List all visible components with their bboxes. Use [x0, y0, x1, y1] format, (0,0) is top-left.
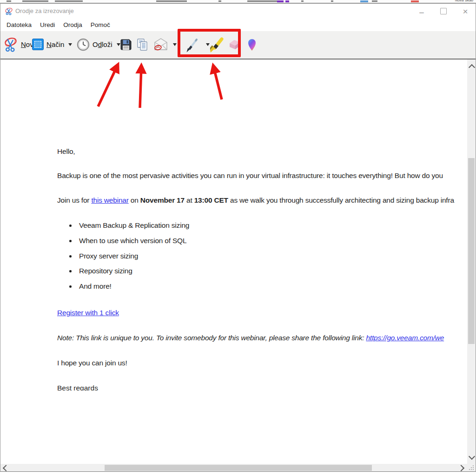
email-signoff-clipped: Best regards	[57, 384, 98, 390]
background-fragment	[55, 0, 83, 2]
bullet-item: When to use which version of SQL	[79, 237, 186, 245]
pen-icon	[185, 35, 199, 54]
new-snip-button[interactable]: Nov	[3, 31, 33, 58]
register-link-line: Register with 1 click	[57, 309, 119, 317]
bullet-item: And more!	[79, 282, 112, 291]
toolbar: Nov Način Odloži	[0, 31, 476, 60]
mode-button[interactable]: Način	[32, 31, 72, 58]
share-url-link[interactable]: https://go.veeam.com/we	[366, 334, 444, 342]
email-paragraph: I hope you can join us!	[57, 359, 127, 367]
background-window-title-fragment: Nova Skab	[455, 0, 473, 2]
delay-button[interactable]: Odloži	[77, 31, 120, 58]
menu-datoteka[interactable]: Datoteka	[2, 20, 36, 30]
snipping-tool-window: Orodje za izrezovanje – × Datoteka Uredi…	[0, 3, 476, 472]
window-title: Orodje za izrezovanje	[15, 7, 74, 14]
paint3d-button[interactable]	[247, 31, 257, 58]
envelope-icon	[153, 38, 169, 52]
title-bar[interactable]: Orodje za izrezovanje – ×	[0, 4, 476, 19]
background-fragment	[7, 0, 11, 2]
background-fragment	[360, 0, 368, 2]
highlighter-icon	[209, 35, 225, 54]
eraser-button[interactable]	[227, 31, 242, 58]
email-greeting: Hello,	[57, 147, 75, 156]
scissors-icon	[3, 36, 18, 53]
minimize-icon: –	[419, 8, 423, 16]
snipping-tool-app-icon	[5, 7, 13, 15]
save-button[interactable]	[119, 31, 132, 58]
bullet-icon	[69, 270, 72, 272]
email-dropdown-icon[interactable]	[173, 43, 177, 46]
background-fragment	[22, 0, 48, 2]
copy-pages-icon	[136, 38, 149, 51]
new-label: Nov	[21, 40, 33, 48]
bullet-icon	[69, 240, 72, 242]
maximize-icon	[440, 8, 447, 14]
vertical-scrollbar-thumb[interactable]	[468, 158, 475, 344]
register-link[interactable]: Register with 1 click	[57, 309, 119, 317]
mode-dropdown-icon[interactable]	[68, 43, 72, 46]
menu-uredi[interactable]: Uredi	[36, 20, 59, 30]
copy-button[interactable]	[136, 31, 149, 58]
close-button[interactable]: ×	[457, 4, 473, 19]
email-paragraph: Join us for this webinar on November 17 …	[57, 196, 454, 205]
background-fragment	[156, 0, 187, 2]
bullet-item: Veeam Backup & Replication sizing	[79, 221, 189, 230]
note-line: Note: This link is unique to you. To inv…	[57, 334, 444, 342]
pen-button[interactable]	[185, 31, 210, 58]
mode-label: Način	[46, 40, 64, 48]
bullet-icon	[69, 285, 72, 288]
webinar-link[interactable]: this webinar	[91, 196, 128, 204]
menu-orodja[interactable]: Orodja	[59, 20, 86, 30]
eraser-icon	[227, 38, 242, 51]
bullet-icon	[69, 225, 72, 227]
minimize-button[interactable]: –	[414, 4, 430, 19]
background-fragment	[411, 0, 419, 2]
snip-canvas: Hello, Backup is one of the most pervasi…	[1, 60, 468, 464]
background-window-edge: Nova Skab	[0, 0, 476, 3]
menu-bar: Datoteka Uredi Orodja Pomoč	[0, 19, 476, 31]
selection-rectangle-icon	[32, 39, 44, 50]
email-paragraph: Backup is one of the most pervasive acti…	[57, 172, 443, 180]
horizontal-scrollbar-thumb[interactable]	[105, 465, 372, 471]
background-fragment	[218, 0, 221, 2]
background-fragment	[372, 0, 377, 2]
rainbow-balloon-icon	[247, 38, 257, 52]
background-fragment	[331, 0, 333, 2]
resize-grip-icon[interactable]	[469, 465, 475, 471]
close-icon: ×	[463, 7, 468, 16]
clock-icon	[77, 38, 90, 51]
floppy-disk-icon	[119, 38, 132, 51]
bullet-icon	[69, 255, 72, 258]
send-email-button[interactable]	[153, 31, 177, 58]
highlighter-button[interactable]	[209, 31, 225, 58]
background-fragment	[247, 0, 277, 2]
background-fragment	[285, 0, 289, 2]
background-fragment	[301, 0, 304, 2]
menu-pomoc[interactable]: Pomoč	[86, 20, 114, 30]
background-fragment	[277, 0, 284, 2]
bullet-item: Repository sizing	[79, 267, 132, 275]
bullet-item: Proxy server sizing	[79, 252, 138, 260]
delay-label: Odloži	[93, 40, 112, 48]
maximize-button[interactable]	[436, 4, 451, 19]
